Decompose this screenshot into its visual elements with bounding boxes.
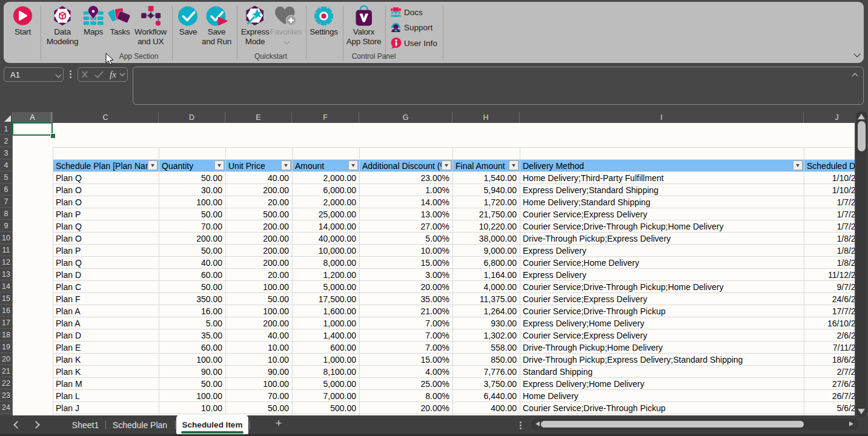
svg-text:fx: fx [110, 70, 116, 79]
